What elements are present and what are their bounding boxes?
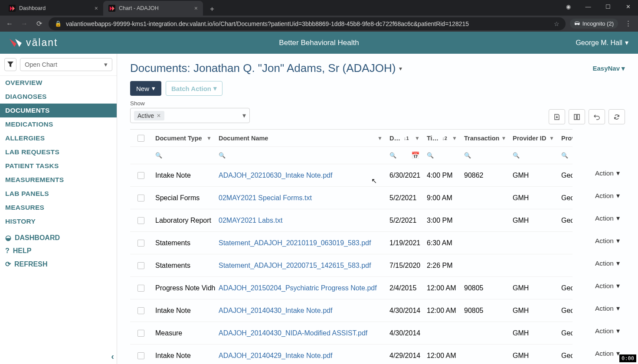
- minimize-button[interactable]: —: [578, 0, 598, 13]
- sidebar-item-medications[interactable]: MEDICATIONS: [0, 117, 117, 131]
- row-checkbox[interactable]: [137, 352, 144, 359]
- sidebar-item-patient-tasks[interactable]: PATIENT TASKS: [0, 159, 117, 173]
- sidebar-item-lab-panels[interactable]: LAB PANELS: [0, 187, 117, 201]
- col-time[interactable]: Ti…↓2▼: [423, 135, 461, 142]
- col-prov[interactable]: Prov: [558, 135, 573, 142]
- document-link[interactable]: ADAJOH_20210630_Intake Note.pdf: [219, 172, 332, 179]
- user-menu[interactable]: George M. Hall ▾: [576, 39, 628, 47]
- star-icon[interactable]: ☆: [554, 20, 559, 27]
- easy-nav-button[interactable]: EasyNav ▾: [592, 65, 625, 72]
- document-link[interactable]: Statement_ADAJOH_20200715_142615_583.pdf: [219, 262, 371, 270]
- row-action-menu[interactable]: Action▾: [582, 342, 625, 364]
- back-button[interactable]: ←: [4, 19, 15, 29]
- sidebar-item-documents[interactable]: DOCUMENTS: [0, 104, 117, 117]
- sidebar-collapse-button[interactable]: ‹: [111, 351, 114, 361]
- row-action-menu[interactable]: Action▾: [582, 162, 625, 185]
- chrome-menu-button[interactable]: ⋮: [622, 19, 634, 28]
- col-label: Document Name: [219, 135, 268, 142]
- incognito-indicator-icon[interactable]: ◉: [558, 0, 578, 13]
- row-checkbox[interactable]: [137, 240, 144, 247]
- row-action-menu[interactable]: Action▾: [582, 185, 625, 207]
- col-document-name[interactable]: Document Name▼: [215, 135, 386, 142]
- undo-button[interactable]: [589, 109, 605, 124]
- row-action-menu[interactable]: Action▾: [582, 320, 625, 342]
- row-action-menu[interactable]: Action▾: [582, 230, 625, 252]
- close-icon[interactable]: ×: [95, 5, 98, 12]
- reload-button[interactable]: ⟳: [34, 19, 44, 29]
- columns-button[interactable]: [569, 109, 585, 124]
- cell-type: Intake Note: [152, 307, 215, 315]
- filter-icon[interactable]: ▼: [206, 135, 212, 141]
- new-tab-button[interactable]: +: [206, 3, 219, 16]
- sidebar-item-diagnoses[interactable]: DIAGNOSES: [0, 90, 117, 104]
- search-icon[interactable]: 🔍: [155, 152, 162, 159]
- row-action-menu[interactable]: Action▾: [582, 275, 625, 297]
- sidebar-item-allergies[interactable]: ALLERGIES: [0, 131, 117, 145]
- forward-button[interactable]: →: [19, 19, 29, 29]
- row-action-menu[interactable]: Action▾: [582, 297, 625, 320]
- batch-action-button[interactable]: Batch Action ▾: [166, 81, 222, 96]
- brand-logo[interactable]: vālant: [10, 37, 58, 49]
- row-checkbox[interactable]: [137, 172, 144, 179]
- col-document-type[interactable]: Document Type▼: [152, 135, 215, 142]
- sidebar-item-measurements[interactable]: MEASUREMENTS: [0, 173, 117, 187]
- search-icon[interactable]: 🔍: [513, 152, 520, 159]
- row-checkbox[interactable]: [137, 262, 144, 269]
- refresh-button[interactable]: [609, 109, 625, 124]
- row-action-menu[interactable]: Action▾: [582, 207, 625, 230]
- row-checkbox[interactable]: [137, 307, 144, 314]
- filter-icon[interactable]: ▼: [501, 135, 506, 141]
- maximize-button[interactable]: ☐: [598, 0, 618, 13]
- browser-tab[interactable]: Dashboard ×: [3, 1, 103, 16]
- filter-icon[interactable]: ▼: [549, 135, 554, 141]
- sidebar-help[interactable]: ?HELP: [0, 244, 117, 257]
- filter-chip[interactable]: Active ✕: [134, 111, 164, 120]
- document-link[interactable]: ADAJOH_20140429_Intake Note.pdf: [219, 352, 332, 360]
- filter-icon[interactable]: [4, 58, 16, 71]
- search-icon[interactable]: 🔍: [464, 152, 471, 159]
- sidebar-refresh[interactable]: ⟳REFRESH: [0, 257, 117, 271]
- row-checkbox[interactable]: [137, 285, 144, 292]
- sidebar-item-lab-requests[interactable]: LAB REQUESTS: [0, 145, 117, 159]
- cell-type: Measure: [152, 329, 215, 337]
- search-icon[interactable]: 🔍: [561, 152, 568, 159]
- filter-icon[interactable]: ▼: [415, 135, 420, 141]
- show-filter-select[interactable]: Active ✕ ▾: [130, 108, 250, 123]
- export-button[interactable]: [549, 109, 565, 124]
- sidebar-item-overview[interactable]: OVERVIEW: [0, 76, 117, 90]
- row-checkbox[interactable]: [137, 217, 144, 224]
- document-link[interactable]: ADAJOH_20150204_Psychiatric Progress Not…: [219, 284, 377, 292]
- row-action-menu[interactable]: Action▾: [582, 252, 625, 275]
- document-link[interactable]: 02MAY2021 Labs.txt: [219, 217, 282, 224]
- url-field[interactable]: 🔒 valantiowebapps-99999-kms1-integration…: [49, 17, 566, 30]
- filter-icon[interactable]: ▼: [452, 135, 457, 141]
- search-icon[interactable]: 🔍: [219, 152, 226, 159]
- document-link[interactable]: ADAJOH_20140430_Intake Note.pdf: [219, 307, 332, 315]
- search-icon[interactable]: 🔍: [427, 152, 434, 159]
- incognito-badge[interactable]: 🕶 Incognito (2): [570, 19, 618, 29]
- sidebar-item-history[interactable]: HISTORY: [0, 214, 117, 228]
- calendar-icon[interactable]: 📅: [411, 151, 420, 159]
- search-icon[interactable]: 🔍: [389, 152, 396, 159]
- svg-rect-1: [577, 114, 579, 120]
- select-all-checkbox[interactable]: [137, 135, 144, 142]
- open-chart-dropdown[interactable]: Open Chart ▾: [20, 58, 112, 71]
- table-row: Intake NoteADAJOH_20140430_Intake Note.p…: [130, 299, 573, 322]
- document-link[interactable]: 02MAY2021 Special Forms.txt: [219, 194, 312, 202]
- col-provider-id[interactable]: Provider ID▼: [509, 135, 558, 142]
- sidebar-item-measures[interactable]: MEASURES: [0, 201, 117, 214]
- col-transaction[interactable]: Transaction▼: [461, 135, 509, 142]
- row-checkbox[interactable]: [137, 330, 144, 337]
- document-link[interactable]: Statement_ADAJOH_20210119_063019_583.pdf: [219, 239, 371, 247]
- page-title[interactable]: Documents: Jonathan Q. "Jon" Adams, Sr (…: [130, 62, 402, 75]
- browser-tab[interactable]: Chart - ADAJOH ×: [103, 1, 203, 16]
- filter-icon[interactable]: ▼: [377, 135, 383, 141]
- sidebar-dashboard[interactable]: ◒DASHBOARD: [0, 231, 117, 244]
- col-date[interactable]: D…↓1▼: [386, 135, 423, 142]
- close-icon[interactable]: ×: [194, 5, 198, 12]
- remove-chip-icon[interactable]: ✕: [157, 113, 161, 119]
- row-checkbox[interactable]: [137, 195, 144, 202]
- close-window-button[interactable]: ✕: [618, 0, 638, 13]
- document-link[interactable]: ADAJOH_20140430_NIDA-Modified ASSIST.pdf: [219, 329, 367, 337]
- new-button[interactable]: New ▾: [130, 81, 161, 96]
